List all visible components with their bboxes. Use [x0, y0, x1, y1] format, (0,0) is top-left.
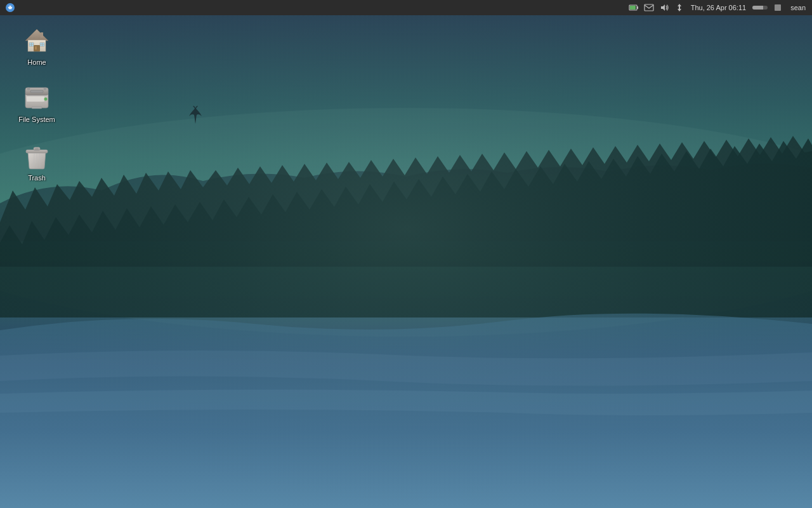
trash-label: Trash [26, 173, 48, 183]
svg-rect-0 [0, 0, 812, 508]
svg-rect-31 [32, 107, 42, 109]
filesystem-image [22, 83, 52, 113]
taskbar: Thu, 26 Apr 06:11 sean [0, 0, 812, 15]
svg-marker-11 [25, 29, 48, 41]
volume-icon[interactable] [658, 1, 671, 14]
svg-point-5 [11, 6, 12, 7]
home-folder-icon[interactable]: Home [11, 25, 62, 67]
home-folder-label: Home [25, 57, 48, 67]
desktop: Thu, 26 Apr 06:11 sean [0, 0, 812, 508]
svg-rect-7 [637, 6, 638, 9]
svg-rect-29 [27, 97, 44, 102]
user-label: sean [787, 4, 809, 11]
clock-display: Thu, 26 Apr 06:11 [688, 4, 749, 11]
filesystem-icon[interactable]: File System [11, 83, 62, 124]
svg-point-1 [0, 108, 812, 337]
notifications-icon[interactable] [771, 1, 784, 14]
filesystem-label: File System [16, 114, 56, 124]
trash-icon[interactable]: Trash [11, 141, 62, 183]
mail-icon[interactable] [643, 1, 655, 14]
svg-rect-2 [0, 0, 812, 508]
home-folder-image [22, 25, 52, 56]
trash-image [22, 141, 52, 171]
svg-rect-10 [775, 4, 781, 11]
svg-rect-24 [30, 90, 43, 93]
network-icon[interactable] [673, 1, 686, 14]
battery-icon [627, 1, 640, 14]
taskbar-left [3, 0, 18, 15]
volume-slider[interactable] [752, 6, 768, 10]
svg-rect-12 [41, 32, 43, 37]
svg-rect-8 [630, 6, 636, 10]
svg-rect-37 [35, 148, 39, 150]
volume-fill [752, 6, 763, 10]
svg-rect-9 [645, 4, 653, 11]
svg-point-30 [44, 98, 48, 101]
whisker-menu-button[interactable] [3, 0, 18, 15]
bird-decoration [186, 105, 205, 127]
svg-rect-15 [35, 46, 37, 50]
taskbar-right: Thu, 26 Apr 06:11 sean [627, 1, 809, 14]
svg-point-4 [8, 6, 10, 7]
